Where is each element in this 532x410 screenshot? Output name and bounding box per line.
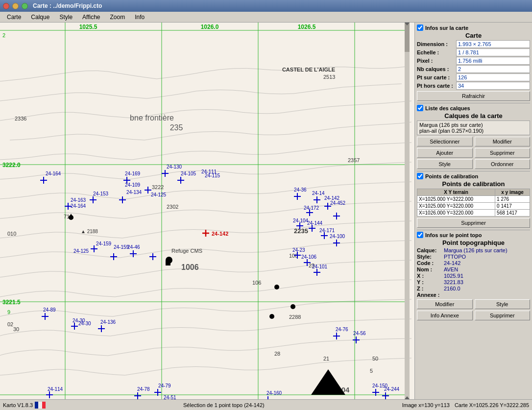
- supprimer-topo-button[interactable]: Supprimer: [475, 311, 531, 320]
- modifier-topo-button[interactable]: Modifier: [417, 299, 473, 309]
- rafraichir-button[interactable]: Rafraichir: [417, 91, 530, 101]
- map-svg[interactable]: 1025.5 1026.0 1026.5 3222.0 3221.5 2 CAS…: [0, 23, 414, 399]
- minimize-button[interactable]: [12, 3, 19, 9]
- nb-calques-row: Nb calques : 2: [417, 65, 530, 73]
- calque-btn-row-3: Style Ordonner: [417, 159, 530, 169]
- flag-icon: [35, 402, 46, 409]
- point-topo-checkbox[interactable]: [417, 232, 423, 238]
- ajouter-button[interactable]: Ajouter: [417, 148, 473, 158]
- calque-1[interactable]: Margua (126 pts sur carte) plan-ail (pla…: [417, 121, 530, 135]
- echelle-row: Echelle : 1 / 8.781: [417, 48, 530, 56]
- topo-z-value: 2160.0: [444, 286, 460, 291]
- pt-sur-carte-value: 126: [456, 73, 530, 81]
- style-calque-button[interactable]: Style: [417, 159, 473, 169]
- menu-affiche[interactable]: Affiche: [77, 13, 105, 22]
- topo-x-row: X : 1025.91: [417, 273, 530, 279]
- image-coords: Image x=130 y=113: [402, 402, 450, 408]
- svg-text:24-164: 24-164: [71, 203, 86, 209]
- svg-text:106: 106: [252, 280, 261, 286]
- topo-nom-label: Nom :: [417, 266, 444, 272]
- svg-text:24-78: 24-78: [137, 386, 150, 392]
- menu-carte[interactable]: Carte: [2, 13, 26, 22]
- dimension-label: Dimension :: [417, 41, 456, 47]
- statusbar: Karto V1.8.3 Sélection de 1 point topo (…: [0, 399, 532, 410]
- svg-text:9: 9: [7, 309, 10, 315]
- topo-code-value: 24-142: [444, 260, 460, 266]
- svg-rect-169: [405, 23, 410, 52]
- calques-label: Liste des calques: [425, 105, 470, 111]
- svg-text:24-142: 24-142: [212, 231, 228, 237]
- calques-header: Liste des calques: [417, 105, 530, 111]
- topo-btn-row-1: Modifier Style: [417, 299, 530, 309]
- svg-text:24-171: 24-171: [319, 228, 335, 233]
- topo-y-value: 3221.83: [444, 279, 463, 285]
- topo-style-label: Style:: [417, 254, 444, 260]
- divider-1: [417, 103, 530, 103]
- dimension-row: Dimension : 1.993 × 2.765: [417, 40, 530, 48]
- svg-text:bne frontière: bne frontière: [130, 114, 174, 122]
- svg-text:010: 010: [7, 231, 16, 237]
- calib-row-0[interactable]: X=1025.000 Y=3222.0001 276: [417, 196, 530, 203]
- svg-text:24-114: 24-114: [48, 386, 63, 392]
- pixel-label: Pixel :: [417, 58, 456, 64]
- svg-text:24-109: 24-109: [125, 182, 141, 188]
- svg-text:24-30: 24-30: [78, 321, 91, 326]
- svg-text:24-36: 24-36: [294, 187, 307, 193]
- svg-text:24-130: 24-130: [167, 164, 182, 169]
- carte-coords-section: Carte X=1025.226 Y=3222.285: [455, 402, 529, 408]
- svg-text:2513: 2513: [323, 74, 335, 80]
- topo-nom-value: AVEN: [444, 266, 458, 272]
- svg-point-162: [274, 285, 279, 289]
- calib-terrain-1: X=1025.000 Y=3220.000: [417, 203, 495, 210]
- topo-calque-value: Margua (126 pts sur carte): [444, 247, 508, 253]
- svg-text:Refuge CMS: Refuge CMS: [171, 248, 202, 254]
- info-annexe-button[interactable]: Info Annexe: [417, 311, 473, 320]
- topo-calque-label: Calque:: [417, 247, 444, 253]
- svg-text:24-169: 24-169: [125, 171, 141, 176]
- topo-x-label: X :: [417, 273, 444, 279]
- echelle-value: 1 / 8.781: [456, 48, 530, 56]
- modifier-calque-button[interactable]: Modifier: [475, 137, 531, 146]
- topo-y-row: Y : 3221.83: [417, 279, 530, 285]
- calib-col1-header: X Y terrain: [417, 189, 495, 196]
- selectionner-button[interactable]: Sélectionner: [417, 137, 473, 146]
- svg-text:24-125: 24-125: [151, 192, 167, 197]
- menu-info[interactable]: Info: [130, 13, 149, 22]
- version-text: Karto V1.8.3: [3, 402, 33, 408]
- calib-row-1[interactable]: X=1025.000 Y=3220.0000 1417: [417, 203, 530, 210]
- svg-text:1026.5: 1026.5: [298, 24, 316, 30]
- supprimer-calque-button[interactable]: Supprimer: [475, 148, 531, 158]
- supprimer-calib-button[interactable]: Supprimer: [417, 218, 530, 228]
- calibration-checkbox[interactable]: [417, 173, 423, 179]
- topo-style-value: PTTOPO: [444, 254, 466, 260]
- svg-point-163: [290, 304, 295, 309]
- divider-3: [417, 230, 530, 230]
- ordonner-button[interactable]: Ordonner: [475, 159, 531, 169]
- infos-carte-checkbox[interactable]: [417, 24, 423, 31]
- close-button[interactable]: [3, 3, 9, 9]
- svg-text:24-172: 24-172: [304, 205, 319, 211]
- svg-rect-173: [38, 402, 42, 409]
- window-title: Carte : ../demo/Frippi.cto: [33, 2, 102, 9]
- style-topo-button[interactable]: Style: [475, 299, 531, 309]
- calib-btn-row: Supprimer: [417, 218, 530, 228]
- maximize-button[interactable]: [22, 3, 28, 9]
- menu-calque[interactable]: Calque: [26, 13, 54, 22]
- svg-text:24-159: 24-159: [96, 241, 112, 246]
- status-message: Sélection de 1 point topo (24-142): [183, 402, 265, 408]
- version-section: Karto V1.8.3: [3, 402, 46, 409]
- menu-zoom[interactable]: Zoom: [105, 13, 130, 22]
- calib-row-2[interactable]: X=1026.000 Y=3220.000568 1417: [417, 210, 530, 217]
- svg-text:CASTEL DE L'AIGLE: CASTEL DE L'AIGLE: [282, 67, 335, 72]
- image-coords-section: Image x=130 y=113: [402, 402, 450, 408]
- calques-checkbox[interactable]: [417, 105, 423, 111]
- svg-text:30: 30: [13, 326, 19, 332]
- map-area[interactable]: 1025.5 1026.0 1026.5 3222.0 3221.5 2 CAS…: [0, 23, 414, 399]
- pt-sur-carte-label: Pt sur carte :: [417, 74, 456, 80]
- infos-carte-section: Infos sur la carte Carte Dimension : 1.9…: [417, 24, 530, 101]
- topo-z-row: Z : 2160.0: [417, 286, 530, 291]
- pixel-value: 1.756 milli: [456, 57, 530, 65]
- menu-style[interactable]: Style: [54, 13, 77, 22]
- svg-text:2: 2: [2, 32, 5, 38]
- main-content: 1025.5 1026.0 1026.5 3222.0 3221.5 2 CAS…: [0, 23, 532, 399]
